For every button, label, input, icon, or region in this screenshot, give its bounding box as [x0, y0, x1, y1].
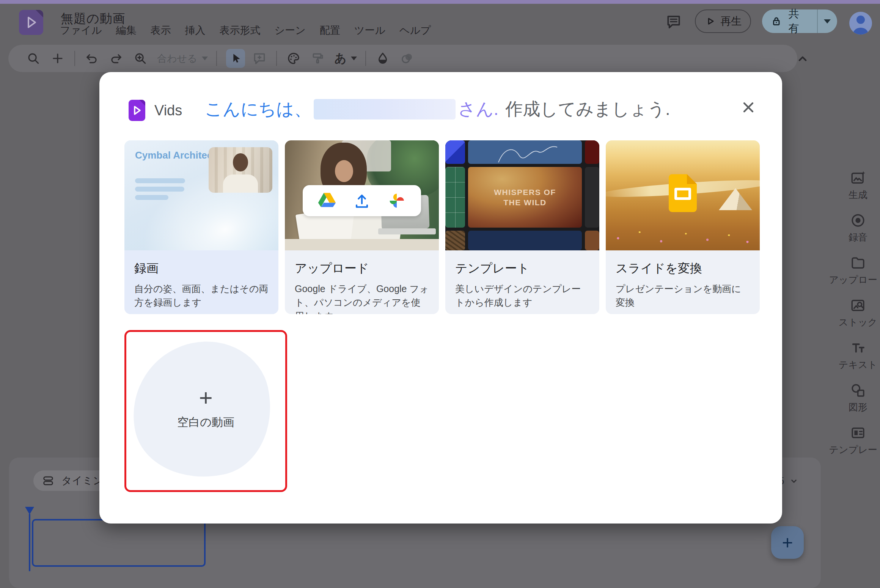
toolbar-divider — [216, 51, 217, 66]
menu-file[interactable]: ファイル — [60, 24, 102, 37]
sidebar-label: テキスト — [839, 358, 877, 371]
sidebar-item-templates[interactable]: テンプレート — [827, 425, 880, 467]
record-art-webcam — [209, 147, 272, 193]
text-style-label: あ — [335, 50, 347, 66]
text-icon — [850, 340, 866, 356]
cursor-icon — [229, 52, 242, 65]
window-accent-strip — [0, 0, 880, 4]
template-art-title-line2: THE WILD — [503, 197, 546, 208]
greeting-suffix: さん. — [458, 97, 498, 121]
toolbar-collapse-button[interactable] — [795, 51, 810, 66]
menu-view[interactable]: 表示 — [151, 24, 171, 37]
dialog-close-button[interactable] — [740, 99, 757, 116]
zoom-fit-dropdown[interactable]: 合わせる — [157, 52, 208, 65]
share-dropdown[interactable] — [818, 19, 837, 24]
sidebar-item-generate[interactable]: 生成 — [827, 170, 880, 212]
play-button[interactable]: 再生 — [695, 9, 751, 33]
vids-dialog-logo-icon — [129, 100, 145, 121]
media-sidebar: 生成 録音 アップロード ストック テキスト 図形 テンプレート — [827, 170, 880, 467]
card-convert-slides[interactable]: スライドを変換 プレゼンテーションを動画に変換 — [606, 140, 760, 314]
welcome-dialog: Vids こんにちは、 さん. 作成してみましょう. Cymbal Archit… — [99, 72, 782, 524]
menu-tools[interactable]: ツール — [354, 24, 385, 37]
add-scene-icon[interactable] — [50, 51, 65, 66]
text-style-dropdown[interactable]: あ — [335, 50, 357, 66]
sidebar-label: 生成 — [849, 189, 867, 201]
sidebar-item-record-audio[interactable]: 録音 — [827, 212, 880, 255]
card-upload[interactable]: アップロード Google ドライブ、Google フォト、パソコンのメディアを… — [285, 140, 439, 314]
card-template[interactable]: WHISPERS OF THE WILD テンプレート 美しいデザインのテンプレ… — [445, 140, 599, 314]
menu-scene[interactable]: シーン — [275, 24, 306, 37]
star-icon[interactable]: ☆ — [114, 10, 125, 25]
sidebar-item-text[interactable]: テキスト — [827, 340, 880, 382]
upload-card-art — [285, 140, 439, 250]
play-icon — [704, 16, 716, 27]
blend-icon[interactable] — [399, 51, 415, 66]
upload-folder-icon — [850, 255, 866, 271]
card-description: Google ドライブ、Google フォト、パソコンのメディアを使用します — [295, 282, 429, 314]
comments-icon[interactable] — [665, 14, 682, 30]
vids-app-logo-icon[interactable] — [19, 10, 43, 35]
playhead-icon[interactable] — [25, 507, 34, 514]
avatar-person-icon — [856, 16, 865, 24]
card-record[interactable]: Cymbal Architecture 録画 自分の姿、画面、またはその両方を録… — [124, 140, 278, 314]
timeline-scene-thumbnail[interactable] — [32, 519, 206, 567]
sidebar-item-shapes[interactable]: 図形 — [827, 382, 880, 425]
blank-card-label: 空白の動画 — [126, 415, 285, 430]
slides-card-art — [606, 140, 760, 250]
template-art-preview: WHISPERS OF THE WILD — [468, 167, 582, 228]
caret-down-icon — [351, 57, 357, 60]
greeting-action: 作成してみましょう. — [505, 97, 670, 121]
redo-icon[interactable] — [108, 51, 124, 66]
account-avatar[interactable] — [849, 12, 872, 35]
generate-image-icon — [850, 170, 866, 186]
template-card-art: WHISPERS OF THE WILD — [445, 140, 599, 250]
toolbar: 合わせる あ — [8, 45, 797, 72]
close-icon — [740, 99, 757, 116]
menu-format[interactable]: 表示形式 — [220, 24, 261, 37]
color-correction-icon[interactable] — [375, 51, 390, 66]
sidebar-item-stock[interactable]: ストック — [827, 297, 880, 340]
paint-format-icon[interactable] — [310, 51, 325, 66]
card-description: プレゼンテーションを動画に変換 — [616, 282, 750, 309]
caret-down-icon — [202, 57, 208, 60]
add-comment-icon[interactable] — [252, 51, 267, 66]
sidebar-item-upload[interactable]: アップロード — [827, 255, 880, 297]
menu-help[interactable]: ヘルプ — [399, 24, 431, 37]
sidebar-label: テンプレート — [829, 443, 880, 456]
toolbar-divider — [365, 51, 366, 66]
menubar: ファイル 編集 表示 挿入 表示形式 シーン 配置 ツール ヘルプ — [60, 24, 431, 37]
upload-arrow-icon — [352, 191, 372, 211]
record-audio-icon — [850, 212, 866, 228]
search-icon[interactable] — [26, 51, 41, 66]
add-scene-fab[interactable]: + — [771, 526, 804, 559]
card-description: 美しいデザインのテンプレートから作成します — [455, 282, 589, 309]
undo-icon[interactable] — [84, 51, 99, 66]
card-title: アップロード — [295, 260, 429, 277]
greeting-hello: こんにちは、 — [205, 97, 311, 121]
zoom-fit-label: 合わせる — [157, 52, 197, 65]
playhead-line — [29, 514, 30, 571]
dialog-brand-name: Vids — [154, 102, 182, 119]
chevron-down-icon — [789, 476, 799, 486]
play-button-label: 再生 — [721, 14, 742, 28]
sidebar-label: ストック — [839, 316, 877, 329]
lock-icon — [770, 15, 783, 27]
toolbar-divider — [74, 51, 75, 66]
menu-arrange[interactable]: 配置 — [320, 24, 340, 37]
upload-sources-pill — [303, 185, 421, 216]
menu-insert[interactable]: 挿入 — [185, 24, 206, 37]
theme-palette-icon[interactable] — [286, 51, 301, 66]
share-button[interactable]: 共有 — [762, 9, 837, 33]
google-drive-icon — [317, 191, 337, 211]
menu-edit[interactable]: 編集 — [116, 24, 137, 37]
record-card-art: Cymbal Architecture — [124, 140, 278, 250]
plus-icon: + — [126, 386, 285, 409]
google-photos-icon — [387, 191, 407, 211]
select-tool-button[interactable] — [226, 49, 245, 68]
plus-icon: + — [782, 531, 793, 553]
blank-video-card[interactable]: + 空白の動画 — [124, 330, 287, 492]
greeting-headline: こんにちは、 さん. 作成してみましょう. — [205, 94, 670, 124]
creation-options: Cymbal Architecture 録画 自分の姿、画面、またはその両方を録… — [124, 140, 760, 314]
templates-icon — [850, 425, 866, 441]
zoom-in-icon[interactable] — [133, 51, 148, 66]
